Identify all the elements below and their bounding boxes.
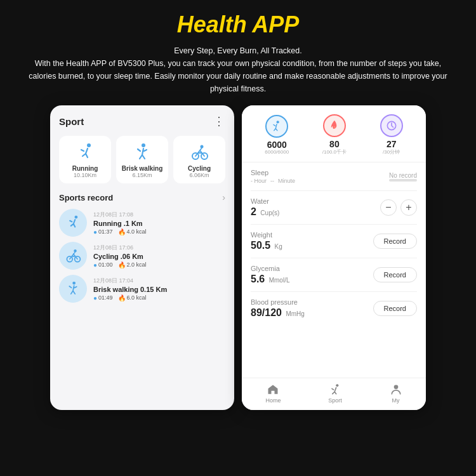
svg-point-1	[142, 143, 145, 147]
water-controls: − +	[380, 199, 417, 216]
record-info-running: 12月08日 17:08 Running .1 Km ● 01:37 🔥 4.0…	[93, 211, 225, 235]
calories-value: 80	[329, 140, 340, 149]
record-name-3: Brisk walking 0.15 Km	[93, 286, 225, 293]
water-decrease-button[interactable]: −	[380, 199, 397, 216]
glycemia-label: Glycemia	[251, 265, 290, 272]
stat-time: 27 /30分钟	[380, 114, 403, 155]
bottom-nav: Home Sport My	[242, 378, 426, 410]
record-walking-icon	[65, 281, 81, 297]
health-item-weight: Weight 50.5 Kg Record	[251, 225, 417, 258]
steps-value: 6000	[267, 140, 287, 149]
hour-label: - Hour	[251, 178, 267, 184]
nav-my[interactable]: My	[390, 383, 402, 404]
record-duration-3: ● 01:49	[93, 294, 113, 301]
page-title: Health APP	[177, 11, 300, 38]
nav-home[interactable]: Home	[265, 383, 281, 404]
svg-point-13	[393, 385, 398, 390]
steps-sub: 6000/6000	[265, 149, 289, 155]
clock-icon-3: ●	[93, 294, 97, 301]
sleep-left: Sleep - Hour -- Minute	[251, 169, 295, 184]
cycling-icon	[189, 142, 209, 162]
record-duration-2: ● 01:00	[93, 261, 113, 268]
nav-sport[interactable]: Sport	[328, 383, 342, 404]
time-value: 27	[387, 140, 397, 149]
minute-label: Minute	[278, 178, 295, 184]
sleep-right: No record	[389, 172, 417, 182]
clock-icon-1: ●	[93, 228, 97, 235]
stat-steps: 6000 6000/6000	[265, 115, 289, 155]
sleep-no-record: No record	[389, 172, 417, 179]
record-duration-1: ● 01:37	[93, 228, 113, 235]
water-increase-button[interactable]: +	[400, 199, 417, 216]
sport-card-running[interactable]: Running 10.10Km	[59, 136, 111, 183]
time-icon-circle	[380, 114, 403, 137]
sport-menu-icon[interactable]: ⋮	[213, 114, 225, 128]
stat-calories: 80 /100.0千卡	[322, 114, 347, 155]
sports-record-title: Sports record	[59, 193, 113, 202]
sports-record-header: Sports record ›	[59, 192, 225, 202]
sport-card-cycling[interactable]: Cycling 6.06Km	[173, 136, 225, 183]
stats-row: 6000 6000/6000 80 /100.0千卡	[242, 105, 426, 162]
phones-row: Sport ⋮ Running 10.10Km	[19, 105, 457, 410]
svg-point-9	[72, 282, 76, 285]
record-cycling-icon	[64, 247, 82, 265]
weight-left: Weight 50.5 Kg	[251, 231, 282, 251]
health-item-water: Water 2 Cup(s) − +	[251, 191, 417, 225]
sport-icons-row: Running 10.10Km Brisk walking 6.15Km	[59, 136, 225, 183]
page: Health APP Every Step, Every Burn, All T…	[0, 0, 476, 476]
health-list: Sleep - Hour -- Minute No record	[242, 162, 426, 378]
health-item-blood-pressure: Blood pressure 89/120 MmHg Record	[251, 292, 417, 325]
person-icon	[390, 383, 402, 396]
blood-pressure-left: Blood pressure 89/120 MmHg	[251, 298, 305, 319]
water-value: 2 Cup(s)	[251, 206, 279, 218]
flame-icon-1: 🔥	[118, 228, 126, 235]
record-avatar-running	[59, 209, 87, 237]
weight-value: 50.5 Kg	[251, 240, 282, 251]
blood-pressure-label: Blood pressure	[251, 298, 305, 306]
running-dist: 10.10Km	[74, 172, 96, 178]
cycling-label: Cycling	[188, 165, 211, 172]
blood-pressure-record-button[interactable]: Record	[373, 301, 417, 316]
running-label: Running	[72, 165, 98, 172]
steps-icon-circle	[265, 115, 288, 138]
record-item-running: 12月08日 17:08 Running .1 Km ● 01:37 🔥 4.0…	[59, 209, 225, 237]
cycling-dist: 6.06Km	[189, 172, 209, 178]
record-info-cycling: 12月08日 17:06 Cycling .06 Km ● 01:00 🔥 2.…	[93, 244, 225, 268]
svg-point-0	[87, 143, 91, 147]
glycemia-left: Glycemia 5.6 Mmol/L	[251, 265, 290, 285]
record-time-1: 12月08日 17:08	[93, 211, 225, 219]
water-label: Water	[251, 197, 279, 205]
record-running-icon	[65, 215, 81, 231]
glycemia-record-button[interactable]: Record	[373, 267, 417, 282]
record-list: 12月08日 17:08 Running .1 Km ● 01:37 🔥 4.0…	[59, 209, 225, 404]
svg-point-10	[277, 121, 279, 123]
sport-header: Sport ⋮	[59, 114, 225, 128]
weight-label: Weight	[251, 231, 282, 239]
walking-dist: 6.15Km	[132, 172, 152, 178]
record-item-brisk-walking: 12月08日 17:04 Brisk walking 0.15 Km ● 01:…	[59, 275, 225, 303]
flame-icon-2: 🔥	[118, 261, 126, 268]
time-sub: /30分钟	[383, 149, 400, 155]
record-avatar-cycling	[59, 242, 87, 270]
flame-stat-icon	[328, 119, 341, 132]
weight-record-button[interactable]: Record	[373, 234, 417, 249]
health-item-sleep: Sleep - Hour -- Minute No record	[251, 162, 417, 191]
sport-card-walking[interactable]: Brisk walking 6.15Km	[116, 136, 168, 183]
record-meta-3: ● 01:49 🔥 6.0 kcal	[93, 294, 225, 301]
record-time-2: 12月08日 17:06	[93, 244, 225, 252]
sports-record-arrow-icon[interactable]: ›	[222, 192, 225, 202]
desc-line1: Every Step, Every Burn, All Tracked.	[174, 46, 301, 55]
record-info-walking: 12月08日 17:04 Brisk walking 0.15 Km ● 01:…	[93, 277, 225, 301]
record-meta-1: ● 01:37 🔥 4.0 kcal	[93, 228, 225, 235]
record-meta-2: ● 01:00 🔥 2.0 kcal	[93, 261, 225, 268]
sport-nav-icon	[329, 383, 341, 396]
running-icon	[75, 142, 95, 162]
page-description: Every Step, Every Burn, All Tracked. Wit…	[29, 44, 447, 95]
steps-icon	[270, 120, 283, 133]
nav-sport-label: Sport	[328, 397, 342, 404]
record-name-2: Cycling .06 Km	[93, 253, 225, 260]
sleep-label: Sleep	[251, 169, 295, 176]
sleep-bar-row: - Hour -- Minute	[251, 178, 295, 184]
dash-label: --	[270, 178, 274, 184]
right-phone: 6000 6000/6000 80 /100.0千卡	[242, 105, 426, 410]
